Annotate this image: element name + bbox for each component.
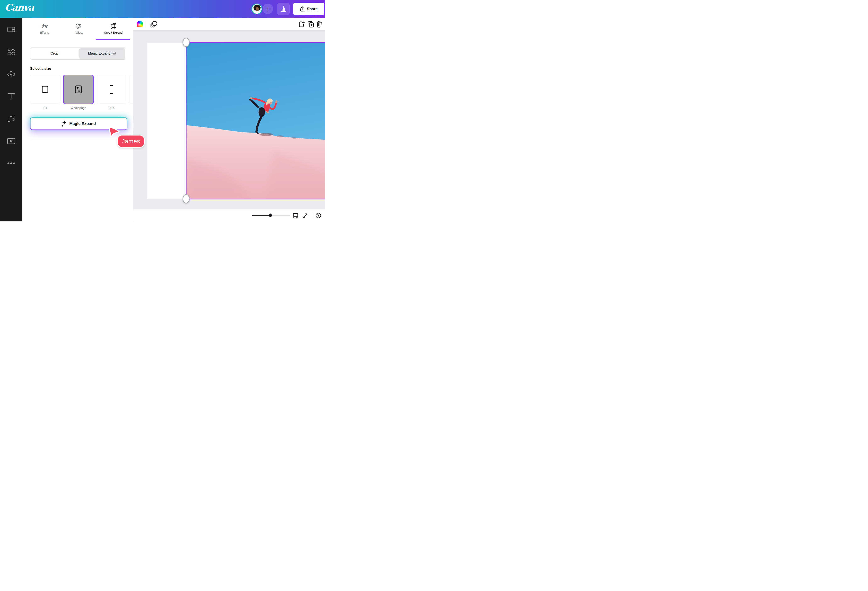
tab-crop-expand[interactable]: Crop / Expand [96, 23, 130, 34]
canva-editor: Canva Share [0, 0, 325, 222]
sidebar [0, 18, 22, 222]
duplicate-page-icon[interactable] [307, 21, 314, 28]
canvas-toolbar [133, 18, 325, 31]
avatar-face [255, 7, 259, 11]
crop-rotate-icon [110, 23, 117, 30]
share-button[interactable]: Share [293, 3, 324, 15]
collaborator-name-badge: James [117, 135, 145, 148]
bottombar-divider [312, 212, 312, 219]
zoom-slider[interactable] [252, 215, 290, 216]
dune-and-figure [186, 43, 325, 199]
magic-expand-label: Magic Expand [69, 121, 96, 126]
sidebar-item-videos[interactable] [5, 135, 17, 147]
workspace [133, 31, 325, 209]
sidebar-item-elements[interactable] [5, 46, 17, 58]
size-label: 9:16 [97, 106, 126, 109]
ratio-1-1-icon [42, 86, 48, 93]
size-option-9-16[interactable]: 9:16 [97, 75, 126, 109]
zoom-slider-fill [252, 215, 270, 216]
video-icon [7, 138, 15, 144]
crop-mode-toggle: Crop Magic Expand [30, 47, 126, 59]
sidebar-item-audio[interactable] [5, 113, 17, 124]
canvas-bottom-bar [133, 209, 325, 222]
text-icon [7, 93, 15, 100]
adjust-sliders-icon [75, 23, 82, 29]
toggle-option-crop[interactable]: Crop [30, 48, 78, 59]
size-options-row: 1:1 Wholepage 9:16 [30, 75, 133, 109]
tab-adjust[interactable]: Adjust [66, 23, 91, 34]
crop-handle-top[interactable] [183, 38, 190, 47]
share-label: Share [307, 7, 318, 11]
crop-option-label: Crop [51, 52, 58, 56]
fullscreen-icon[interactable] [302, 213, 308, 219]
selection-border-left [186, 42, 186, 199]
help-icon[interactable] [316, 213, 321, 218]
fx-icon: fx [41, 23, 47, 30]
delete-page-icon[interactable] [316, 21, 322, 28]
canva-logo[interactable]: Canva [4, 2, 34, 13]
zoom-slider-thumb[interactable] [269, 214, 272, 217]
tab-label: Adjust [66, 31, 91, 34]
ratio-9-16-icon [110, 85, 113, 94]
plus-icon [265, 6, 270, 12]
selection-border-bottom [186, 199, 325, 199]
add-page-icon[interactable] [299, 21, 305, 28]
avatar[interactable] [251, 3, 262, 14]
tab-label: Effects [32, 31, 56, 34]
size-label: Wholepage [63, 106, 94, 109]
avatar-shirt [254, 11, 260, 14]
sidebar-item-design[interactable] [5, 24, 17, 35]
yoga-figure [250, 98, 278, 134]
sidebar-item-text[interactable] [5, 90, 17, 102]
sidebar-item-uploads[interactable] [5, 68, 17, 80]
toggle-option-magic-expand[interactable]: Magic Expand [79, 48, 125, 59]
selection-border-top [186, 42, 325, 43]
expand-page-icon [75, 85, 82, 94]
edit-panel: fx Effects Adjust [22, 18, 133, 222]
active-tab-indicator [96, 39, 130, 40]
more-dots-icon [7, 162, 15, 164]
shapes-icon [7, 48, 15, 56]
cloud-upload-icon [7, 71, 15, 78]
size-section-heading: Select a size [30, 66, 51, 71]
selected-photo[interactable] [186, 43, 325, 199]
tab-label: Crop / Expand [96, 31, 130, 34]
color-wheel-button[interactable] [137, 21, 143, 27]
sidebar-item-more[interactable] [5, 158, 17, 169]
crop-handle-bottom[interactable] [183, 194, 190, 203]
pages-view-icon[interactable] [293, 213, 298, 219]
insights-button[interactable] [277, 3, 289, 15]
header-bar: Canva Share [0, 0, 325, 18]
size-label: 1:1 [30, 106, 60, 109]
share-upload-icon [300, 6, 305, 12]
size-option-partial[interactable] [129, 75, 133, 109]
bar-chart-icon [280, 6, 286, 12]
size-option-1-1[interactable]: 1:1 [30, 75, 60, 109]
magic-expand-option-label: Magic Expand [88, 52, 111, 56]
sparkles-icon [61, 120, 67, 127]
canvas-area [133, 18, 325, 222]
tab-effects[interactable]: fx Effects [32, 23, 56, 34]
size-option-wholepage[interactable]: Wholepage [63, 75, 94, 109]
music-note-icon [7, 115, 15, 122]
design-icon [7, 26, 15, 33]
collaborator-name: James [122, 138, 140, 145]
crown-icon [112, 52, 116, 55]
transparency-icon[interactable] [149, 20, 158, 29]
add-member-button[interactable] [263, 4, 273, 14]
